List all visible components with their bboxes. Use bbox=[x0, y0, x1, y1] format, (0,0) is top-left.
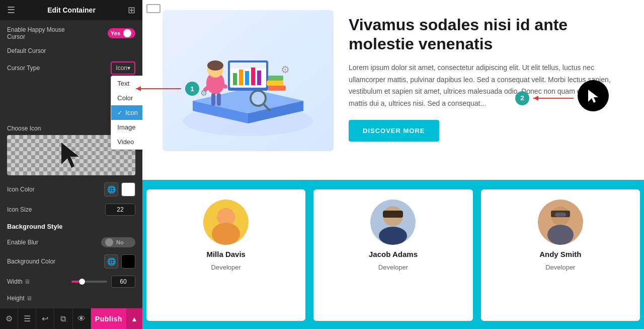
dropdown-icon-label: Icon bbox=[125, 109, 138, 116]
avatar-andy bbox=[538, 200, 583, 245]
icon-color-row: Icon Color 🌐 bbox=[7, 182, 135, 196]
team-card-0: Milla Davis Developer bbox=[146, 189, 305, 321]
enable-blur-row: Enable Blur No bbox=[7, 237, 135, 247]
toggle-no-label: No bbox=[116, 239, 124, 245]
svg-text:⚙: ⚙ bbox=[200, 89, 207, 97]
team-section: Milla Davis Developer Jacob Adams Develo… bbox=[142, 181, 644, 329]
cursor-type-value: Icon bbox=[116, 64, 127, 72]
arrow-1-line bbox=[136, 88, 181, 89]
svg-text:⚙: ⚙ bbox=[281, 64, 290, 75]
panel-title: Edit Container bbox=[47, 6, 96, 14]
andy-avatar-svg bbox=[538, 200, 583, 245]
hero-text: Vivamus sodales nisi id ante molestie ve… bbox=[349, 10, 624, 142]
svg-rect-41 bbox=[555, 213, 566, 217]
hero-section: ⚙ ⚙ Vivamus sodales nisi id ante molesti… bbox=[142, 0, 644, 181]
frame-indicator bbox=[146, 4, 160, 13]
enable-blur-toggle[interactable]: No bbox=[101, 237, 135, 247]
white-color-swatch[interactable] bbox=[121, 182, 135, 196]
svg-marker-28 bbox=[588, 90, 598, 103]
team-member-role-1: Developer bbox=[378, 264, 408, 271]
arrow-annotation-1: 1 bbox=[136, 82, 199, 96]
duplicate-icon-btn[interactable]: ⧉ bbox=[54, 308, 72, 329]
color-swatch-row: 🌐 bbox=[104, 182, 135, 196]
chevron-up-btn[interactable]: ▲ bbox=[126, 308, 142, 329]
width-slider-thumb[interactable] bbox=[79, 279, 85, 285]
dropdown-text-label: Text bbox=[117, 80, 129, 87]
hero-image: ⚙ ⚙ bbox=[163, 10, 334, 151]
left-panel: ☰ Edit Container ⊞ Enable Happy Mouse Cu… bbox=[0, 0, 142, 329]
arrow-annotation-2: 2 bbox=[515, 91, 574, 105]
svg-rect-21 bbox=[268, 86, 286, 91]
height-monitor-icon: 🖥 bbox=[26, 295, 32, 302]
layers-icon-btn[interactable]: ☰ bbox=[18, 308, 36, 329]
preview-icon-btn[interactable]: 👁 bbox=[73, 308, 91, 329]
toggle-yes-label: Yes bbox=[111, 30, 120, 36]
dropdown-item-video[interactable]: Video bbox=[111, 135, 142, 149]
default-cursor-label: Default Cursor bbox=[7, 47, 135, 54]
cursor-type-select[interactable]: Icon ▾ bbox=[111, 61, 135, 75]
icon-size-row: Icon Size 22 bbox=[7, 204, 135, 216]
width-input[interactable]: 60 bbox=[111, 276, 135, 288]
default-cursor-row: Default Cursor bbox=[7, 47, 135, 54]
svg-rect-11 bbox=[245, 71, 249, 85]
history-icon-btn[interactable]: ↩ bbox=[36, 308, 54, 329]
svg-rect-9 bbox=[233, 73, 237, 85]
svg-point-36 bbox=[379, 227, 407, 245]
height-row: Height 🖥 bbox=[7, 295, 135, 302]
publish-button[interactable]: Publish bbox=[91, 308, 126, 329]
width-row: Width 🖥 60 bbox=[7, 276, 135, 288]
settings-icon-btn[interactable]: ⚙ bbox=[0, 308, 18, 329]
dropdown-item-image[interactable]: Image bbox=[111, 120, 142, 135]
svg-point-32 bbox=[212, 223, 240, 245]
main-content: ⚙ ⚙ Vivamus sodales nisi id ante molesti… bbox=[142, 0, 644, 329]
svg-point-40 bbox=[547, 225, 574, 245]
globe-button[interactable]: 🌐 bbox=[104, 182, 118, 196]
svg-rect-17 bbox=[211, 93, 215, 106]
chevron-down-icon: ▾ bbox=[127, 64, 130, 72]
milla-avatar-svg bbox=[203, 200, 249, 245]
height-label: Height 🖥 bbox=[7, 295, 135, 302]
icon-size-label: Icon Size bbox=[7, 206, 105, 213]
monitor-icon: 🖥 bbox=[24, 278, 30, 285]
background-style-title: Background Style bbox=[7, 223, 135, 230]
cursor-type-label: Cursor Type bbox=[7, 61, 111, 72]
dropdown-item-icon[interactable]: ✓ Icon bbox=[111, 105, 142, 120]
dropdown-video-label: Video bbox=[117, 138, 134, 146]
svg-rect-12 bbox=[251, 68, 255, 85]
width-slider-container: 60 bbox=[71, 276, 136, 288]
arrow-2-line bbox=[533, 98, 574, 99]
happy-mouse-label: Enable Happy Mouse Cursor bbox=[7, 26, 108, 40]
enable-blur-label: Enable Blur bbox=[7, 239, 101, 246]
custom-cursor-demo bbox=[578, 80, 609, 111]
background-color-label: Background Color bbox=[7, 258, 104, 265]
happy-mouse-row: Enable Happy Mouse Cursor Yes bbox=[7, 26, 135, 40]
avatar-milla bbox=[203, 200, 249, 245]
icon-size-input[interactable]: 22 bbox=[105, 204, 135, 216]
avatar-jacob bbox=[370, 200, 416, 245]
team-card-2: Andy Smith Developer bbox=[481, 189, 640, 321]
bg-color-swatch-row: 🌐 bbox=[104, 254, 135, 269]
svg-rect-35 bbox=[383, 211, 403, 218]
black-color-swatch[interactable] bbox=[121, 254, 135, 269]
svg-rect-13 bbox=[257, 71, 261, 85]
svg-rect-22 bbox=[267, 81, 283, 86]
panel-header: ☰ Edit Container ⊞ bbox=[0, 0, 142, 20]
svg-rect-10 bbox=[239, 70, 243, 85]
panel-footer: ⚙ ☰ ↩ ⧉ 👁 Publish ▲ bbox=[0, 308, 142, 329]
cursor-type-row: Cursor Type Icon ▾ Text Color ✓ Ic bbox=[7, 61, 135, 75]
cursor-arrow-svg bbox=[59, 140, 84, 170]
bg-globe-button[interactable]: 🌐 bbox=[104, 254, 118, 269]
team-member-role-0: Developer bbox=[211, 264, 241, 271]
width-slider[interactable] bbox=[71, 281, 108, 283]
badge-1: 1 bbox=[185, 82, 199, 96]
panel-body: Enable Happy Mouse Cursor Yes Default Cu… bbox=[0, 20, 142, 308]
discover-more-button[interactable]: DISCOVER MORE bbox=[349, 120, 439, 142]
hamburger-icon[interactable]: ☰ bbox=[7, 5, 15, 16]
happy-mouse-toggle[interactable]: Yes bbox=[108, 28, 135, 38]
grid-icon[interactable]: ⊞ bbox=[128, 5, 135, 16]
dropdown-image-label: Image bbox=[117, 123, 135, 131]
team-member-name-0: Milla Davis bbox=[206, 250, 246, 258]
badge-2: 2 bbox=[515, 91, 529, 105]
isometric-illustration: ⚙ ⚙ bbox=[163, 10, 334, 151]
toggle-no-circle bbox=[105, 238, 113, 246]
